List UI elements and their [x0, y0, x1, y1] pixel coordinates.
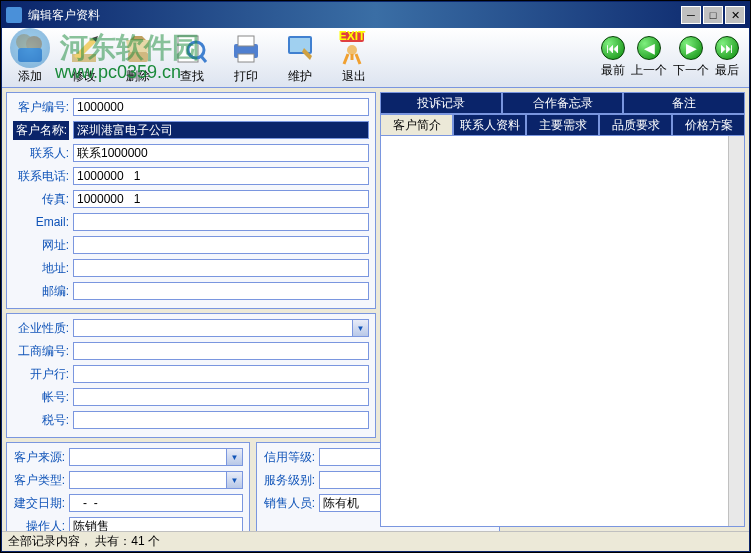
- titlebar: 编辑客户资料 ─ □ ✕: [2, 2, 749, 28]
- regno-label: 工商编号:: [13, 343, 69, 360]
- account-label: 帐号:: [13, 389, 69, 406]
- add-button[interactable]: 添加: [12, 30, 48, 85]
- bank-input[interactable]: [73, 365, 369, 383]
- postcode-input[interactable]: [73, 282, 369, 300]
- svg-rect-12: [290, 38, 310, 52]
- svg-text:EXIT: EXIT: [339, 30, 366, 43]
- tab-contact-info[interactable]: 联系人资料: [453, 114, 526, 136]
- maintain-button[interactable]: 维护: [282, 30, 318, 85]
- tab-intro[interactable]: 客户简介: [380, 114, 453, 136]
- next-icon: ▶: [679, 36, 703, 60]
- date-label: 建交日期:: [13, 495, 65, 512]
- customer-no-input[interactable]: [73, 98, 369, 116]
- email-label: Email:: [13, 215, 69, 229]
- account-input[interactable]: [73, 388, 369, 406]
- nav-next-button[interactable]: ▶下一个: [673, 36, 709, 79]
- maintain-icon: [282, 30, 318, 66]
- exit-icon: EXIT: [336, 30, 372, 66]
- tabs-top-row: 投诉记录 合作备忘录 备注: [380, 92, 745, 114]
- exit-button[interactable]: EXIT 退出: [336, 30, 372, 85]
- svg-rect-9: [238, 36, 254, 46]
- vertical-scrollbar[interactable]: [728, 136, 744, 526]
- svg-line-7: [201, 56, 206, 62]
- contact-label: 联系人:: [13, 145, 69, 162]
- company-info-group: 企业性质:▼ 工商编号: 开户行: 帐号: 税号:: [6, 313, 376, 438]
- tab-memo[interactable]: 合作备忘录: [502, 92, 624, 114]
- operator-label: 操作人:: [13, 518, 65, 532]
- credit-label: 信用等级:: [263, 449, 315, 466]
- minimize-button[interactable]: ─: [681, 6, 701, 24]
- svg-rect-10: [238, 54, 254, 62]
- find-icon: [174, 30, 210, 66]
- fax-label: 传真:: [13, 191, 69, 208]
- contact-input[interactable]: [73, 144, 369, 162]
- nature-dropdown-icon[interactable]: ▼: [353, 319, 369, 337]
- source-label: 客户来源:: [13, 449, 65, 466]
- type-combo[interactable]: [69, 471, 227, 489]
- close-button[interactable]: ✕: [725, 6, 745, 24]
- window-title: 编辑客户资料: [28, 7, 681, 24]
- tab-remark[interactable]: 备注: [623, 92, 745, 114]
- address-input[interactable]: [73, 259, 369, 277]
- nav-last-button[interactable]: ⏭最后: [715, 36, 739, 79]
- print-button[interactable]: 打印: [228, 30, 264, 85]
- content-area[interactable]: [381, 136, 728, 526]
- customer-info-group: 客户编号: 客户名称: 联系人: 联系电话: 传真: Email: 网址: 地址…: [6, 92, 376, 309]
- tab-complaint[interactable]: 投诉记录: [380, 92, 502, 114]
- status-text: 全部记录内容， 共有：41 个: [8, 533, 160, 550]
- prev-icon: ◀: [637, 36, 661, 60]
- fax-input[interactable]: [73, 190, 369, 208]
- source-combo[interactable]: [69, 448, 227, 466]
- svg-point-15: [347, 45, 357, 55]
- nature-label: 企业性质:: [13, 320, 69, 337]
- operator-input[interactable]: [69, 517, 243, 531]
- postcode-label: 邮编:: [13, 283, 69, 300]
- tabs-bottom-row: 客户简介 联系人资料 主要需求 品质要求 价格方案: [380, 114, 745, 136]
- phone-label: 联系电话:: [13, 168, 69, 185]
- edit-icon: [66, 30, 102, 66]
- nav-prev-button[interactable]: ◀上一个: [631, 36, 667, 79]
- phone-input[interactable]: [73, 167, 369, 185]
- tax-label: 税号:: [13, 412, 69, 429]
- tax-input[interactable]: [73, 411, 369, 429]
- tab-price[interactable]: 价格方案: [672, 114, 745, 136]
- bank-label: 开户行:: [13, 366, 69, 383]
- address-label: 地址:: [13, 260, 69, 277]
- status-bar: 全部记录内容， 共有：41 个: [2, 531, 749, 551]
- type-label: 客户类型:: [13, 472, 65, 489]
- nav-first-button[interactable]: ⏮最前: [601, 36, 625, 79]
- customer-name-label: 客户名称:: [13, 121, 69, 140]
- customer-name-input[interactable]: [73, 121, 369, 139]
- tab-demand[interactable]: 主要需求: [526, 114, 599, 136]
- maximize-button[interactable]: □: [703, 6, 723, 24]
- sales-label: 销售人员:: [263, 495, 315, 512]
- add-icon: [12, 30, 48, 66]
- website-input[interactable]: [73, 236, 369, 254]
- app-icon: [6, 7, 22, 23]
- meta-left-group: 客户来源:▼ 客户类型:▼ 建交日期: 操作人:: [6, 442, 250, 531]
- nature-combo[interactable]: [73, 319, 353, 337]
- customer-no-label: 客户编号:: [13, 99, 69, 116]
- svg-rect-4: [128, 52, 148, 62]
- email-input[interactable]: [73, 213, 369, 231]
- date-input[interactable]: [69, 494, 243, 512]
- delete-icon: [120, 30, 156, 66]
- first-icon: ⏮: [601, 36, 625, 60]
- print-icon: [228, 30, 264, 66]
- last-icon: ⏭: [715, 36, 739, 60]
- watermark-url: www.pc0359.cn: [55, 62, 181, 83]
- website-label: 网址:: [13, 237, 69, 254]
- svg-rect-2: [18, 48, 42, 62]
- regno-input[interactable]: [73, 342, 369, 360]
- type-dropdown-icon[interactable]: ▼: [227, 471, 243, 489]
- tab-quality[interactable]: 品质要求: [599, 114, 672, 136]
- tab-content: [380, 136, 745, 527]
- service-label: 服务级别:: [263, 472, 315, 489]
- source-dropdown-icon[interactable]: ▼: [227, 448, 243, 466]
